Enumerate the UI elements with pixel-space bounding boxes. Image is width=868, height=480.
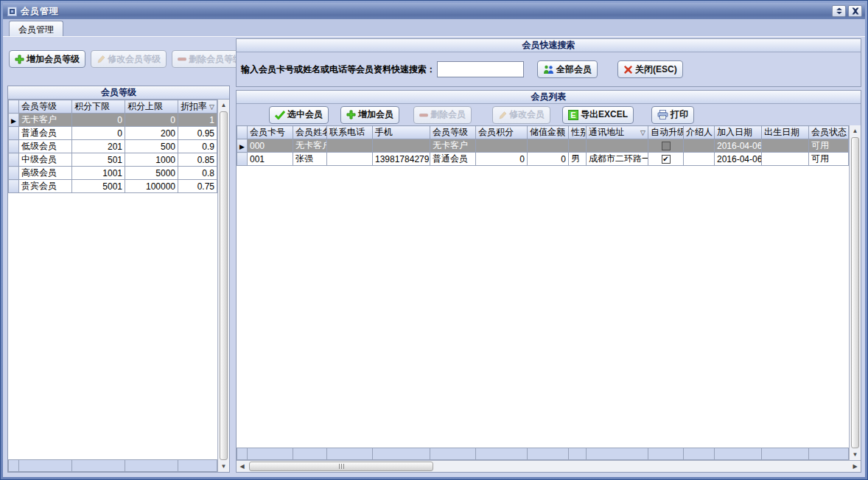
level-col-header[interactable]: 会员等级 [430, 126, 476, 139]
birth-date-col-header[interactable]: 出生日期 [762, 126, 809, 139]
minus-icon [419, 111, 428, 119]
member-grid-vertical-scrollbar[interactable]: ▲ ▼ [849, 125, 861, 460]
delete-member-label: 删除会员 [430, 108, 466, 121]
plus-icon [346, 110, 356, 119]
member-list-toolbar: 选中会员 增加会员 删除会员 [237, 104, 861, 125]
name-col-header[interactable]: 会员姓名 [293, 126, 327, 139]
member-selector-header [237, 126, 248, 139]
add-level-label: 增加会员等级 [27, 53, 80, 66]
print-label: 打印 [671, 108, 688, 121]
member-grid-empty-area [237, 166, 849, 448]
pencil-icon [97, 55, 105, 63]
auto-upgrade-checkbox[interactable]: ✔ [662, 155, 671, 164]
join-date-col-header[interactable]: 加入日期 [715, 126, 762, 139]
search-label: 输入会员卡号或姓名或电话等会员资料快速搜索： [241, 63, 435, 76]
member-grid: 会员卡号 会员姓名 联系电话 手机 会员等级 会员积分 储值金额 性别 通讯地址 [237, 125, 849, 460]
mobile-col-header[interactable]: 手机 [373, 126, 430, 139]
auto-upgrade-checkbox[interactable] [662, 142, 671, 150]
scrollbar-thumb[interactable] [249, 462, 433, 471]
select-member-label: 选中会员 [287, 108, 323, 121]
max-points-col-header[interactable]: 积分上限 [125, 100, 178, 114]
delete-member-button[interactable]: 删除会员 [413, 106, 472, 124]
excel-icon: E [568, 110, 578, 120]
close-window-button[interactable] [848, 5, 862, 17]
level-grid-empty-area [8, 193, 217, 459]
member-level-groupbox: 会员等级 会员等级 积分下限 积分上限 折扣率 [7, 86, 230, 473]
add-member-button[interactable]: 增加会员 [340, 106, 399, 124]
member-row-0[interactable]: ▶ 000 无卡客户 无卡客户 [237, 139, 849, 153]
all-members-label: 全部会员 [556, 63, 592, 76]
member-row-1[interactable]: 001 张强 13981784279 普通会员 0 0 男 成都市二环路一 ✔ [237, 153, 849, 166]
content-area: 增加会员等级 修改会员等级 删除会员等级 会员等级 [3, 37, 865, 477]
export-excel-label: 导出EXCEL [581, 108, 628, 121]
member-header-row: 会员卡号 会员姓名 联系电话 手机 会员等级 会员积分 储值金额 性别 通讯地址 [237, 126, 849, 139]
level-grid-footer [8, 459, 217, 472]
edit-level-label: 修改会员等级 [108, 53, 161, 66]
rate-col-header[interactable]: 折扣率 ▽ [178, 100, 217, 114]
auto-upgrade-col-header[interactable]: 自动升级 [648, 126, 684, 139]
printer-icon [657, 110, 668, 119]
level-col-header[interactable]: 会员等级 [19, 100, 72, 114]
scroll-left-icon[interactable]: ◀ [237, 461, 248, 472]
edit-member-button[interactable]: 修改会员 [492, 106, 550, 124]
close-esc-label: 关闭(ESC) [635, 63, 677, 76]
scroll-down-icon[interactable]: ▼ [218, 461, 229, 472]
member-list-group-title: 会员列表 [237, 91, 861, 104]
balance-col-header[interactable]: 储值金额 [528, 126, 569, 139]
up-down-arrows-icon [836, 7, 843, 15]
level-row-5[interactable]: 贵宾会员 5001 100000 0.75 [9, 180, 217, 193]
title-bar: 会员管理 [3, 3, 865, 19]
status-col-header[interactable]: 会员状态 [809, 126, 849, 139]
edit-level-button[interactable]: 修改会员等级 [91, 50, 167, 68]
sort-down-icon: ▽ [209, 103, 214, 111]
points-col-header[interactable]: 会员积分 [476, 126, 528, 139]
level-selector-header [9, 100, 19, 114]
add-level-button[interactable]: 增加会员等级 [9, 50, 85, 68]
plus-icon [15, 55, 24, 64]
minus-icon [178, 55, 186, 63]
pencil-icon [498, 111, 507, 119]
red-x-icon [623, 65, 633, 74]
card-col-header[interactable]: 会员卡号 [248, 126, 293, 139]
rollup-window-button[interactable] [832, 5, 846, 17]
tab-member-management[interactable]: 会员管理 [9, 21, 63, 36]
referrer-col-header[interactable]: 介绍人 [684, 126, 715, 139]
member-list-groupbox: 会员列表 选中会员 增加会员 [236, 90, 861, 473]
level-row-4[interactable]: 高级会员 1001 5000 0.8 [9, 167, 217, 180]
level-grid-vertical-scrollbar[interactable]: ▲ ▼ [217, 100, 229, 472]
scrollbar-thumb[interactable] [851, 137, 859, 448]
edit-member-label: 修改会员 [509, 108, 545, 121]
row-marker-icon: ▶ [239, 143, 245, 150]
delete-level-label: 删除会员等级 [189, 53, 242, 66]
member-list-panel: 会员快速搜索 输入会员卡号或姓名或电话等会员资料快速搜索： 全部会员 [236, 38, 861, 473]
window-icon [7, 7, 17, 16]
member-grid-footer [237, 448, 849, 460]
member-grid-horizontal-scrollbar[interactable]: ◀ ▶ [237, 460, 861, 472]
member-level-grid: 会员等级 积分下限 积分上限 折扣率 ▽ ▶ 无卡客户 [8, 100, 217, 472]
level-header-row: 会员等级 积分下限 积分上限 折扣率 ▽ [9, 100, 217, 114]
address-col-header[interactable]: 通讯地址 ▽ [587, 126, 648, 139]
scroll-up-icon[interactable]: ▲ [850, 125, 861, 136]
scrollbar-thumb[interactable] [220, 111, 228, 460]
select-member-button[interactable]: 选中会员 [269, 106, 329, 124]
level-row-3[interactable]: 中级会员 501 1000 0.85 [9, 153, 217, 167]
scroll-up-icon[interactable]: ▲ [218, 100, 229, 111]
level-row-1[interactable]: 普通会员 0 200 0.95 [9, 127, 217, 140]
scroll-down-icon[interactable]: ▼ [850, 449, 861, 460]
scroll-right-icon[interactable]: ▶ [850, 461, 861, 472]
quick-search-groupbox: 会员快速搜索 输入会员卡号或姓名或电话等会员资料快速搜索： 全部会员 [236, 38, 861, 87]
phone-col-header[interactable]: 联系电话 [327, 126, 373, 139]
member-table: 会员卡号 会员姓名 联系电话 手机 会员等级 会员积分 储值金额 性别 通讯地址 [237, 125, 849, 166]
row-marker-icon: ▶ [11, 117, 16, 125]
close-icon [852, 7, 859, 15]
print-button[interactable]: 打印 [651, 106, 694, 124]
check-icon [275, 111, 285, 119]
export-excel-button[interactable]: E 导出EXCEL [562, 106, 634, 124]
search-input[interactable] [437, 61, 524, 77]
close-esc-button[interactable]: 关闭(ESC) [617, 60, 683, 78]
all-members-button[interactable]: 全部会员 [537, 60, 598, 78]
level-row-2[interactable]: 低级会员 201 500 0.9 [9, 140, 217, 153]
gender-col-header[interactable]: 性别 [569, 126, 587, 139]
level-row-0[interactable]: ▶ 无卡客户 0 0 1 [9, 114, 217, 127]
min-points-col-header[interactable]: 积分下限 [72, 100, 125, 114]
